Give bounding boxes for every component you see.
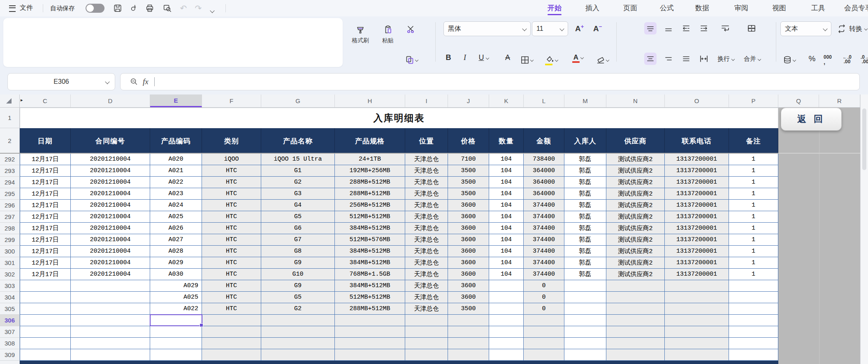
cell[interactable]: 104	[489, 269, 524, 280]
cell[interactable]: A024	[150, 200, 202, 211]
merge-cells-button[interactable]: 合并	[744, 55, 761, 63]
cell[interactable]: 郭磊	[564, 177, 606, 188]
cell[interactable]: 3500	[448, 303, 489, 315]
cell[interactable]: 13137200001	[665, 223, 729, 234]
cell[interactable]	[448, 349, 489, 361]
table-header-cell[interactable]: 金额	[524, 128, 564, 154]
cell[interactable]	[71, 280, 150, 292]
cell[interactable]: 天津总仓	[405, 246, 448, 257]
cell[interactable]: G5	[261, 211, 335, 223]
table-header-cell[interactable]: 类别	[202, 128, 261, 154]
cell[interactable]	[665, 338, 729, 349]
cell[interactable]: 1	[729, 177, 778, 188]
decrease-decimal-button[interactable]: ←.0.00	[842, 55, 852, 64]
cell[interactable]	[489, 303, 524, 315]
table-header-cell[interactable]: 入库人	[564, 128, 606, 154]
cell[interactable]	[524, 315, 564, 326]
cell[interactable]: HTC	[202, 257, 261, 269]
cell[interactable]: 测试供应商2	[606, 211, 665, 223]
col-header-L[interactable]: L	[524, 94, 564, 107]
cell[interactable]: 104	[489, 200, 524, 211]
cell[interactable]: G5	[261, 292, 335, 303]
cell[interactable]	[71, 303, 150, 315]
cell[interactable]: 郭磊	[564, 154, 606, 165]
font-size-select[interactable]: 11	[532, 21, 568, 36]
indent-decrease-button[interactable]	[680, 22, 692, 35]
cell[interactable]	[261, 338, 335, 349]
col-header-E[interactable]: E	[150, 94, 202, 107]
cell[interactable]: G9	[261, 280, 335, 292]
cell[interactable]: 郭磊	[564, 188, 606, 200]
cell[interactable]: 天津总仓	[405, 280, 448, 292]
cell[interactable]	[489, 315, 524, 326]
cell[interactable]	[729, 349, 778, 361]
cell[interactable]	[606, 303, 665, 315]
cell[interactable]: HTC	[202, 188, 261, 200]
cell[interactable]: 1	[729, 211, 778, 223]
row-header-302[interactable]: 302	[0, 269, 19, 280]
tab-2[interactable]: 插入	[585, 3, 599, 13]
col-header-O[interactable]: O	[665, 94, 729, 107]
cell[interactable]: 374400	[524, 246, 564, 257]
cell[interactable]: 1	[729, 165, 778, 177]
cell[interactable]: A030	[150, 269, 202, 280]
row-header-301[interactable]: 301	[0, 257, 19, 269]
cell[interactable]	[564, 303, 606, 315]
cell[interactable]: 288MB+512MB	[335, 188, 405, 200]
cell[interactable]: 20201210004	[71, 165, 150, 177]
cell[interactable]: 郭磊	[564, 257, 606, 269]
cell[interactable]	[71, 349, 150, 361]
cell[interactable]	[606, 338, 665, 349]
cell[interactable]	[665, 303, 729, 315]
cell[interactable]: 288MB+512MB	[335, 177, 405, 188]
cell[interactable]: 20201210004	[71, 246, 150, 257]
cell[interactable]: HTC	[202, 292, 261, 303]
cell[interactable]: 104	[489, 246, 524, 257]
col-header-J[interactable]: J	[448, 94, 489, 107]
row-header-305[interactable]: 305	[0, 303, 19, 315]
cell[interactable]: 12月17日	[20, 188, 71, 200]
cell[interactable]	[564, 349, 606, 361]
cell[interactable]	[665, 349, 729, 361]
cell[interactable]: 0	[524, 303, 564, 315]
cell[interactable]: HTC	[202, 177, 261, 188]
row-header-296[interactable]: 296	[0, 200, 19, 211]
col-header-I[interactable]: I	[405, 94, 448, 107]
cell[interactable]: 3500	[448, 165, 489, 177]
justify-button[interactable]	[680, 53, 692, 65]
cell[interactable]	[606, 292, 665, 303]
cell[interactable]: 郭磊	[564, 223, 606, 234]
cell[interactable]: 天津总仓	[405, 303, 448, 315]
cell[interactable]: 374400	[524, 269, 564, 280]
cell[interactable]: G1	[261, 165, 335, 177]
cell[interactable]: 3600	[448, 280, 489, 292]
zoom-out-icon[interactable]	[130, 77, 139, 86]
cell[interactable]: 天津总仓	[405, 269, 448, 280]
cell[interactable]: A020	[150, 154, 202, 165]
indent-increase-button[interactable]	[698, 22, 710, 35]
clear-format-button[interactable]	[595, 54, 609, 66]
cell[interactable]	[20, 292, 71, 303]
row-header-299[interactable]: 299	[0, 234, 19, 246]
cell[interactable]	[489, 338, 524, 349]
cell[interactable]: 13137200001	[665, 154, 729, 165]
cell[interactable]: A023	[150, 188, 202, 200]
shrink-to-fit-button[interactable]	[698, 53, 710, 65]
cell[interactable]: 20201210004	[71, 269, 150, 280]
table-header-cell[interactable]: 产品名称	[261, 128, 335, 154]
cell[interactable]: A029	[150, 280, 202, 292]
cell[interactable]: A029	[150, 257, 202, 269]
cell[interactable]	[20, 326, 71, 338]
cell[interactable]: 天津总仓	[405, 154, 448, 165]
cell[interactable]: 1	[729, 257, 778, 269]
cell[interactable]	[71, 326, 150, 338]
bold-button[interactable]: B	[443, 53, 453, 62]
italic-button[interactable]: I	[460, 53, 470, 62]
cell[interactable]: 13137200001	[665, 188, 729, 200]
cell[interactable]: iQOO	[202, 154, 261, 165]
cell[interactable]: G10	[261, 269, 335, 280]
cell[interactable]	[489, 280, 524, 292]
cell[interactable]: 768MB+1.5GB	[335, 269, 405, 280]
cell[interactable]: 738400	[524, 154, 564, 165]
cell[interactable]: 测试供应商2	[606, 269, 665, 280]
